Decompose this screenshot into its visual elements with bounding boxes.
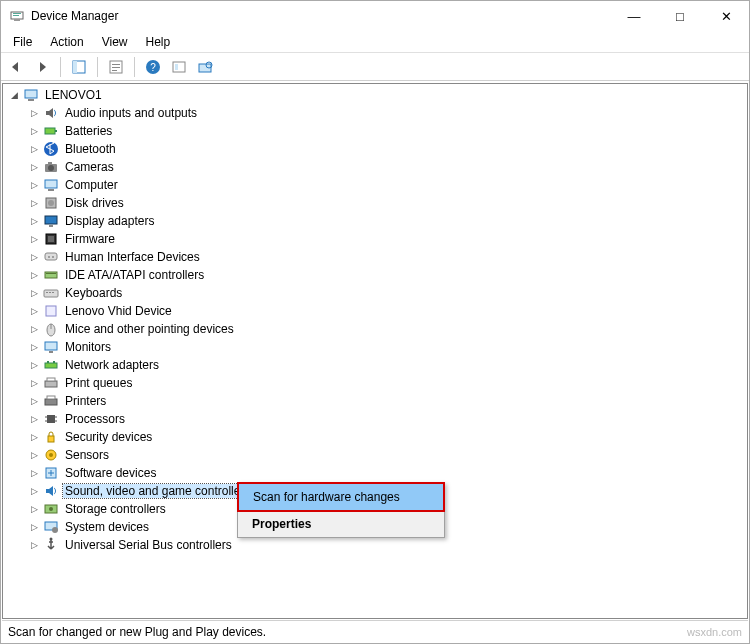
tree-item-label: Network adapters <box>63 358 161 372</box>
sound-icon <box>43 483 59 499</box>
expand-icon[interactable]: ▷ <box>27 466 41 480</box>
expand-icon[interactable]: ▷ <box>27 394 41 408</box>
expand-icon[interactable]: ▷ <box>27 538 41 552</box>
expand-icon[interactable]: ▷ <box>27 142 41 156</box>
tree-item-security[interactable]: ▷Security devices <box>3 428 747 446</box>
tree-item-usb[interactable]: ▷Universal Serial Bus controllers <box>3 536 747 554</box>
tree-item-monitor[interactable]: ▷Monitors <box>3 338 747 356</box>
expand-icon[interactable]: ▷ <box>27 376 41 390</box>
expand-icon[interactable]: ▷ <box>27 322 41 336</box>
expand-icon[interactable]: ▷ <box>27 268 41 282</box>
expand-icon[interactable]: ▷ <box>27 412 41 426</box>
svg-rect-7 <box>112 64 120 65</box>
svg-rect-19 <box>55 130 57 132</box>
svg-point-34 <box>52 256 54 258</box>
tree-item-firmware[interactable]: ▷Firmware <box>3 230 747 248</box>
uninstall-button[interactable] <box>168 56 190 78</box>
battery-icon <box>43 123 59 139</box>
sensor-icon <box>43 447 59 463</box>
svg-rect-39 <box>49 292 51 293</box>
menu-action[interactable]: Action <box>42 33 91 51</box>
svg-rect-49 <box>45 381 57 387</box>
expand-icon[interactable]: ▷ <box>27 214 41 228</box>
tree-item-computer[interactable]: ▷Computer <box>3 176 747 194</box>
tree-item-software[interactable]: ▷Software devices <box>3 464 747 482</box>
expand-icon[interactable]: ▷ <box>27 304 41 318</box>
collapse-icon[interactable]: ◢ <box>7 88 21 102</box>
tree-item-audio[interactable]: ▷Audio inputs and outputs <box>3 104 747 122</box>
scan-hardware-button[interactable] <box>194 56 216 78</box>
expand-icon[interactable]: ▷ <box>27 160 41 174</box>
back-button[interactable] <box>5 56 27 78</box>
menu-file[interactable]: File <box>5 33 40 51</box>
tree-item-ide[interactable]: ▷IDE ATA/ATAPI controllers <box>3 266 747 284</box>
expand-icon[interactable]: ▷ <box>27 448 41 462</box>
tree-item-printqueue[interactable]: ▷Print queues <box>3 374 747 392</box>
forward-button[interactable] <box>31 56 53 78</box>
security-icon <box>43 429 59 445</box>
show-hide-tree-button[interactable] <box>68 56 90 78</box>
help-button[interactable]: ? <box>142 56 164 78</box>
tree-item-hid[interactable]: ▷Human Interface Devices <box>3 248 747 266</box>
menu-view[interactable]: View <box>94 33 136 51</box>
svg-rect-3 <box>13 15 19 16</box>
expand-icon[interactable]: ▷ <box>27 286 41 300</box>
expand-icon[interactable]: ▷ <box>27 124 41 138</box>
svg-rect-18 <box>45 128 55 134</box>
expand-icon[interactable]: ▷ <box>27 178 41 192</box>
tree-item-cpu[interactable]: ▷Processors <box>3 410 747 428</box>
tree-item-printer[interactable]: ▷Printers <box>3 392 747 410</box>
tree-item-keyboard[interactable]: ▷Keyboards <box>3 284 747 302</box>
window-controls: — □ ✕ <box>611 1 749 31</box>
watermark: wsxdn.com <box>687 626 742 638</box>
expand-icon[interactable]: ▷ <box>27 196 41 210</box>
tree-item-label: Computer <box>63 178 120 192</box>
svg-point-60 <box>49 453 53 457</box>
keyboard-icon <box>43 285 59 301</box>
expand-icon[interactable]: ▷ <box>27 232 41 246</box>
tree-item-battery[interactable]: ▷Batteries <box>3 122 747 140</box>
expand-icon[interactable]: ▷ <box>27 358 41 372</box>
close-button[interactable]: ✕ <box>703 1 749 31</box>
context-scan-hardware[interactable]: Scan for hardware changes <box>237 482 445 512</box>
properties-button[interactable] <box>105 56 127 78</box>
expand-icon[interactable]: ▷ <box>27 340 41 354</box>
svg-rect-28 <box>45 216 57 224</box>
minimize-button[interactable]: — <box>611 1 657 31</box>
tree-item-network[interactable]: ▷Network adapters <box>3 356 747 374</box>
tree-item-bluetooth[interactable]: ▷Bluetooth <box>3 140 747 158</box>
menu-help[interactable]: Help <box>138 33 179 51</box>
tree-root[interactable]: ◢LENOVO1 <box>3 86 747 104</box>
tree-item-mouse[interactable]: ▷Mice and other pointing devices <box>3 320 747 338</box>
svg-point-65 <box>52 527 58 533</box>
device-tree-panel[interactable]: ◢LENOVO1▷Audio inputs and outputs▷Batter… <box>2 83 748 619</box>
expand-icon[interactable]: ▷ <box>27 502 41 516</box>
expand-icon[interactable]: ▷ <box>27 250 41 264</box>
expand-icon[interactable]: ▷ <box>27 106 41 120</box>
tree-item-label: Processors <box>63 412 127 426</box>
expand-icon[interactable]: ▷ <box>27 484 41 498</box>
maximize-button[interactable]: □ <box>657 1 703 31</box>
toolbar-separator <box>97 57 98 77</box>
tree-item-vhid[interactable]: ▷Lenovo Vhid Device <box>3 302 747 320</box>
tree-item-sensor[interactable]: ▷Sensors <box>3 446 747 464</box>
hid-icon <box>43 249 59 265</box>
tree-item-label: Firmware <box>63 232 117 246</box>
expand-icon[interactable]: ▷ <box>27 430 41 444</box>
tree-item-display[interactable]: ▷Display adapters <box>3 212 747 230</box>
tree-item-disk[interactable]: ▷Disk drives <box>3 194 747 212</box>
tree-item-label: Lenovo Vhid Device <box>63 304 174 318</box>
firmware-icon <box>43 231 59 247</box>
svg-rect-29 <box>49 225 53 227</box>
context-properties[interactable]: Properties <box>238 511 444 537</box>
svg-rect-58 <box>48 436 54 442</box>
svg-rect-53 <box>47 415 55 423</box>
tree-item-label: Audio inputs and outputs <box>63 106 199 120</box>
app-icon <box>9 8 25 24</box>
svg-rect-40 <box>52 292 54 293</box>
expand-icon[interactable]: ▷ <box>27 520 41 534</box>
svg-rect-37 <box>44 290 58 297</box>
tree-item-label: Printers <box>63 394 108 408</box>
usb-icon <box>43 537 59 553</box>
tree-item-camera[interactable]: ▷Cameras <box>3 158 747 176</box>
